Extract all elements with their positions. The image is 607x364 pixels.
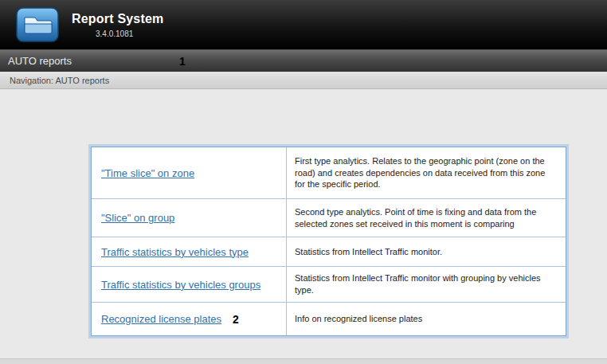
traffic-statistics-by-vehicles-groups-link[interactable]: Traffic statistics by vehicles groups [101,279,260,291]
report-link-cell: "Time slice" on zone [92,147,287,198]
app-title: Report System [72,12,164,26]
table-row-slice-on-group: "Slice" on group Second type analytics. … [92,199,566,237]
breadcrumb: Navigation: AUTO reports [0,76,109,85]
description-text: Statistics from Intellect Traffic monito… [295,272,556,296]
reports-table: "Time slice" on zone First type analytic… [91,147,566,336]
description-text: Statistics from Intellect Traffic monito… [295,246,442,258]
description-text: First type analytics. Relates to the geo… [295,155,556,191]
table-row-time-slice-on-zone: "Time slice" on zone First type analytic… [92,147,566,199]
report-link-cell: "Slice" on group [92,199,287,237]
description-text: Second type analytics. Point of time is … [295,206,556,230]
recognized-license-plates-link[interactable]: Recognized license plates [101,313,221,325]
content-area: "Time slice" on zone First type analytic… [0,89,607,363]
report-description: Statistics from Intellect Traffic monito… [287,267,566,302]
table-row-traffic-statistics-by-vehicles-type: Traffic statistics by vehicles type Stat… [92,237,566,267]
report-description: Second type analytics. Point of time is … [287,199,566,237]
breadcrumb-bar: Navigation: AUTO reports [0,72,607,89]
table-row-recognized-license-plates: Recognized license plates 2 Info on reco… [92,303,566,335]
menu-bar: AUTO reports 1 [0,49,607,72]
report-description: Info on recognized license plates [287,303,566,335]
window-bottom-edge [0,358,607,364]
report-link-cell: Traffic statistics by vehicles groups [92,267,287,302]
traffic-statistics-by-vehicles-type-link[interactable]: Traffic statistics by vehicles type [101,246,249,258]
report-system-logo-icon [16,7,59,42]
table-row-traffic-statistics-by-vehicles-groups: Traffic statistics by vehicles groups St… [92,267,566,303]
report-description: Statistics from Intellect Traffic monito… [287,237,566,266]
callout-2: 2 [233,313,239,326]
report-link-cell: Traffic statistics by vehicles type [92,237,287,266]
time-slice-on-zone-link[interactable]: "Time slice" on zone [101,167,194,179]
report-link-cell: Recognized license plates 2 [92,303,287,335]
app-version: 3.4.0.1081 [96,29,164,38]
menu-item-auto-reports[interactable]: AUTO reports [0,50,83,72]
slice-on-group-link[interactable]: "Slice" on group [101,212,174,224]
description-text: Info on recognized license plates [295,313,422,325]
app-header: Report System 3.4.0.1081 [0,0,607,49]
report-description: First type analytics. Relates to the geo… [287,147,566,198]
callout-1: 1 [179,55,186,68]
